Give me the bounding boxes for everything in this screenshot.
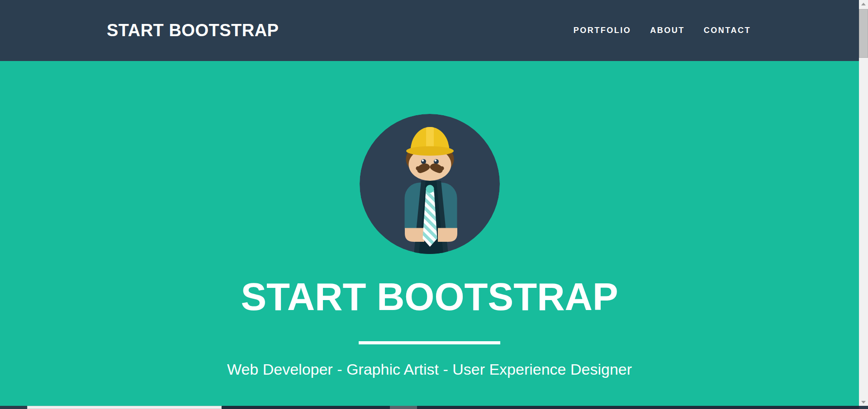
horizontal-scrollbar[interactable] [0, 406, 868, 409]
construction-worker-avatar-icon [360, 114, 500, 254]
arrow-up-icon [861, 3, 866, 5]
hero-divider-line [359, 341, 500, 344]
avatar-hat-brim [406, 146, 454, 156]
masthead-section: START BOOTSTRAP Web Developer - Graphic … [0, 61, 859, 406]
navbar-links: PORTFOLIO ABOUT CONTACT [574, 26, 751, 35]
browser-viewport: START BOOTSTRAP PORTFOLIO ABOUT CONTACT [0, 0, 868, 409]
avatar-tie-knot [426, 185, 434, 193]
nav-link-about[interactable]: ABOUT [650, 26, 685, 35]
avatar-left-eye [421, 159, 426, 164]
hero-subtitle: Web Developer - Graphic Artist - User Ex… [0, 361, 859, 378]
vertical-scrollbar-thumb[interactable] [859, 9, 868, 58]
nav-link-contact[interactable]: CONTACT [704, 26, 751, 35]
horizontal-scrollbar-right-corner [859, 406, 868, 409]
arrow-down-icon [861, 401, 866, 404]
hero-title: START BOOTSTRAP [0, 277, 859, 316]
horizontal-scrollbar-secondary-segment[interactable] [390, 406, 417, 409]
horizontal-scrollbar-thumb[interactable] [27, 406, 222, 409]
avatar-left-hand [405, 228, 424, 242]
navbar-brand-link[interactable]: START BOOTSTRAP [107, 21, 279, 40]
top-navbar: START BOOTSTRAP PORTFOLIO ABOUT CONTACT [0, 0, 859, 61]
scroll-up-button[interactable] [859, 0, 868, 8]
vertical-scrollbar[interactable] [859, 0, 868, 406]
horizontal-scrollbar-left-corner [0, 406, 27, 409]
avatar-right-hand [438, 228, 457, 242]
avatar-right-eye [434, 159, 439, 164]
scroll-down-button[interactable] [859, 398, 868, 406]
nav-link-portfolio[interactable]: PORTFOLIO [574, 26, 631, 35]
